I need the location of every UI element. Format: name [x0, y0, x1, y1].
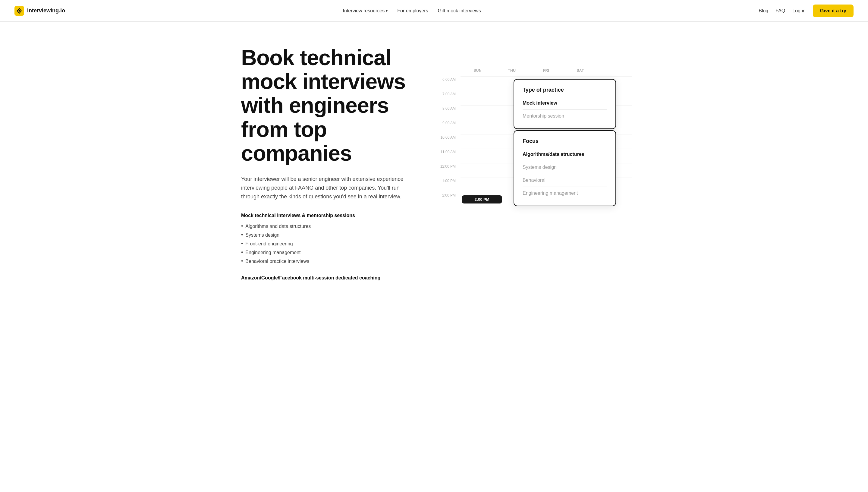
nav-faq-link[interactable]: FAQ [775, 8, 785, 14]
nav-interview-resources[interactable]: Interview resources ▾ [343, 8, 388, 14]
list-item: Behavioral practice interviews [241, 257, 407, 266]
time-label: 7:00 AM [436, 91, 461, 105]
nav-links: Interview resources ▾ For employers Gift… [343, 8, 481, 14]
navbar: interviewing.io Interview resources ▾ Fo… [0, 0, 868, 22]
section-label-1: Mock technical interviews & mentorship s… [241, 213, 407, 218]
col-sat: SAT [563, 66, 598, 76]
time-label: 8:00 AM [436, 105, 461, 120]
time-label: 1:00 PM [436, 177, 461, 192]
svg-point-2 [19, 10, 20, 11]
hero-title: Book technical mock interviews with engi… [241, 46, 407, 165]
nav-login-link[interactable]: Log in [792, 8, 806, 14]
main-content: Book technical mock interviews with engi… [217, 22, 651, 305]
focus-option-eng-management[interactable]: Engineering management [522, 188, 607, 198]
logo-link[interactable]: interviewing.io [15, 6, 65, 16]
cta-button[interactable]: Give it a try [813, 4, 853, 17]
hero-section: Book technical mock interviews with engi… [241, 46, 407, 281]
selection-panels: Type of practice Mock interview Mentorsh… [514, 79, 616, 206]
col-sun: SUN [461, 66, 495, 76]
list-item: Algorithms and data structures [241, 222, 407, 230]
col-thu: THU [495, 66, 529, 76]
time-spacer [436, 66, 461, 76]
time-label: 2:00 PM [436, 192, 461, 206]
logo-icon [15, 6, 24, 16]
time-label: 10:00 AM [436, 134, 461, 149]
logo-text: interviewing.io [27, 7, 65, 14]
cal-cell[interactable] [461, 134, 503, 149]
nav-for-employers[interactable]: For employers [397, 8, 428, 14]
feature-list: Algorithms and data structures Systems d… [241, 222, 407, 266]
time-label: 11:00 AM [436, 149, 461, 163]
practice-option-mentorship[interactable]: Mentorship session [522, 111, 607, 121]
time-label: 9:00 AM [436, 120, 461, 134]
practice-panel-title: Type of practice [522, 87, 607, 93]
focus-panel: Focus Algorithms/data structures Systems… [514, 130, 616, 206]
cal-cell[interactable] [461, 76, 503, 91]
panel-divider [522, 174, 607, 174]
nav-actions: Blog FAQ Log in Give it a try [759, 4, 853, 17]
selected-time-pill: 2:00 PM [462, 195, 502, 203]
cal-cell[interactable] [461, 149, 503, 163]
list-item: Front-end engineering [241, 239, 407, 248]
panel-divider [522, 109, 607, 110]
cal-cell-selected[interactable]: 2:00 PM [461, 192, 503, 206]
focus-panel-title: Focus [522, 138, 607, 144]
cal-cell[interactable] [461, 120, 503, 134]
col-fri: FRI [529, 66, 563, 76]
right-panel: SUN THU FRI SAT 6:00 AM 7:00 AM [432, 46, 637, 227]
practice-option-mock-interview[interactable]: Mock interview [522, 98, 607, 108]
nav-blog-link[interactable]: Blog [759, 8, 768, 14]
chevron-down-icon: ▾ [386, 9, 388, 13]
cal-cell[interactable] [461, 105, 503, 120]
panel-divider [522, 187, 607, 187]
cal-cell[interactable] [461, 177, 503, 192]
cal-cell[interactable] [461, 163, 503, 177]
type-of-practice-panel: Type of practice Mock interview Mentorsh… [514, 79, 616, 129]
hero-subtitle: Your interviewer will be a senior engine… [241, 175, 407, 201]
list-item: Systems design [241, 230, 407, 239]
calendar-headers: SUN THU FRI SAT [436, 66, 632, 76]
cal-cell[interactable] [461, 91, 503, 105]
focus-option-behavioral[interactable]: Behavioral [522, 175, 607, 186]
focus-option-algo[interactable]: Algorithms/data structures [522, 149, 607, 159]
nav-gift-mock-interviews[interactable]: Gift mock interviews [438, 8, 481, 14]
focus-option-systems[interactable]: Systems design [522, 162, 607, 172]
time-label: 6:00 AM [436, 76, 461, 91]
section-label-2: Amazon/Google/Facebook multi-session ded… [241, 275, 407, 281]
list-item: Engineering management [241, 248, 407, 257]
time-label: 12:00 PM [436, 163, 461, 177]
